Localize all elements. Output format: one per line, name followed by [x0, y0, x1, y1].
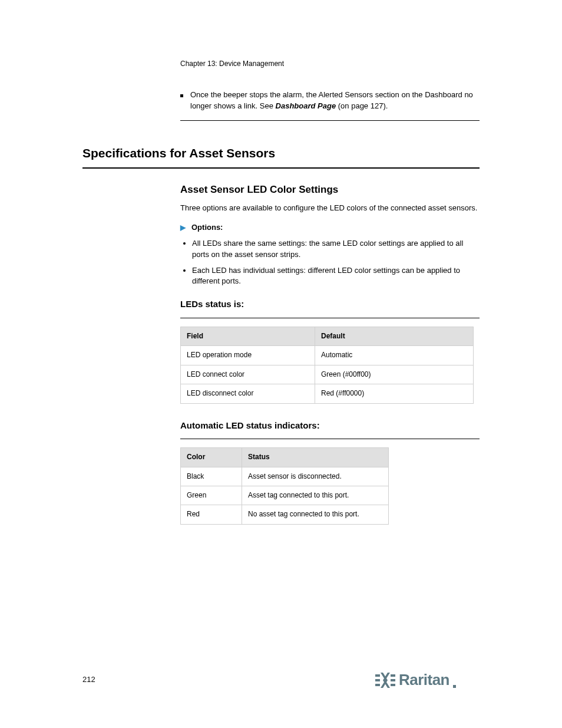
continuation-link[interactable]: Dashboard Page	[276, 101, 336, 110]
table-cell: LED disconnect color	[181, 384, 315, 403]
subsection-heading: Asset Sensor LED Color Settings	[180, 183, 480, 197]
table-cell: Green (#00ff00)	[315, 365, 474, 384]
table-rule	[180, 439, 480, 439]
page: Chapter 13: Device Management Once the b…	[0, 0, 562, 728]
section-heading: Specifications for Asset Sensors	[82, 144, 480, 162]
table-header-cell: Field	[181, 327, 315, 345]
svg-rect-5	[391, 684, 395, 686]
svg-rect-3	[391, 674, 395, 677]
table-cell: Red (#ff0000)	[315, 384, 474, 403]
table-row: LED connect color Green (#00ff00)	[181, 365, 474, 384]
table-row: Green Asset tag connected to this port.	[181, 486, 389, 505]
table-row: Red No asset tag connected to this port.	[181, 505, 389, 524]
section-body: Asset Sensor LED Color Settings Three op…	[180, 183, 480, 525]
table-cell: LED connect color	[181, 365, 315, 384]
options-heading-row: ▶ Options:	[180, 222, 480, 233]
table-cell: Black	[181, 467, 242, 486]
table-title: Automatic LED status indicators:	[180, 419, 480, 432]
svg-rect-1	[375, 679, 380, 681]
table-row: LED disconnect color Red (#ff0000)	[181, 384, 474, 403]
table-row: Black Asset sensor is disconnected.	[181, 467, 389, 486]
lead-paragraph: Three options are available to configure…	[180, 203, 480, 214]
divider	[180, 120, 480, 121]
table-header-cell: Color	[181, 448, 242, 467]
svg-rect-2	[375, 684, 380, 686]
chapter-label: Chapter 13: Device Management	[180, 59, 480, 69]
table-cell: Green	[181, 486, 242, 505]
list-item: All LEDs share the same settings: the sa…	[192, 238, 480, 261]
table-header-cell: Status	[242, 448, 389, 467]
continuation-text: Once the beeper stops the alarm, the Ale…	[190, 90, 480, 112]
continuation-block: Once the beeper stops the alarm, the Ale…	[180, 90, 480, 121]
led-status-table: Field Default LED operation mode Automat…	[180, 327, 474, 404]
square-bullet-icon	[180, 94, 183, 97]
section-rule	[82, 167, 480, 169]
table-row: LED operation mode Automatic	[181, 346, 474, 365]
table-cell: No asset tag connected to this port.	[242, 505, 389, 524]
page-number: 212	[82, 674, 95, 686]
table-cell: Asset tag connected to this port.	[242, 486, 389, 505]
table-cell: Red	[181, 505, 242, 524]
brand-name: Raritan	[399, 669, 449, 691]
svg-rect-4	[391, 679, 395, 681]
table-title: LEDs status is:	[180, 298, 480, 311]
raritan-glyph-icon	[375, 673, 395, 688]
brand-dot-icon	[453, 685, 456, 688]
list-item: Each LED has individual settings: differ…	[192, 265, 480, 288]
svg-rect-0	[375, 674, 380, 677]
options-list: All LEDs share the same settings: the sa…	[180, 238, 480, 287]
table-cell: Automatic	[315, 346, 474, 365]
table-header-row: Color Status	[181, 448, 389, 467]
table-rule	[180, 318, 480, 318]
table-cell: Asset sensor is disconnected.	[242, 467, 389, 486]
table-header-row: Field Default	[181, 327, 474, 345]
arrow-icon: ▶	[180, 223, 186, 233]
table-cell: LED operation mode	[181, 346, 315, 365]
brand-logo: Raritan	[375, 669, 456, 691]
continuation-row: Once the beeper stops the alarm, the Ale…	[180, 90, 480, 112]
continuation-pageref: (on page 127).	[338, 101, 388, 110]
led-indicator-table: Color Status Black Asset sensor is disco…	[180, 447, 389, 525]
content-column: Chapter 13: Device Management Once the b…	[82, 59, 480, 525]
options-heading: Options:	[191, 222, 223, 233]
table-header-cell: Default	[315, 327, 474, 345]
